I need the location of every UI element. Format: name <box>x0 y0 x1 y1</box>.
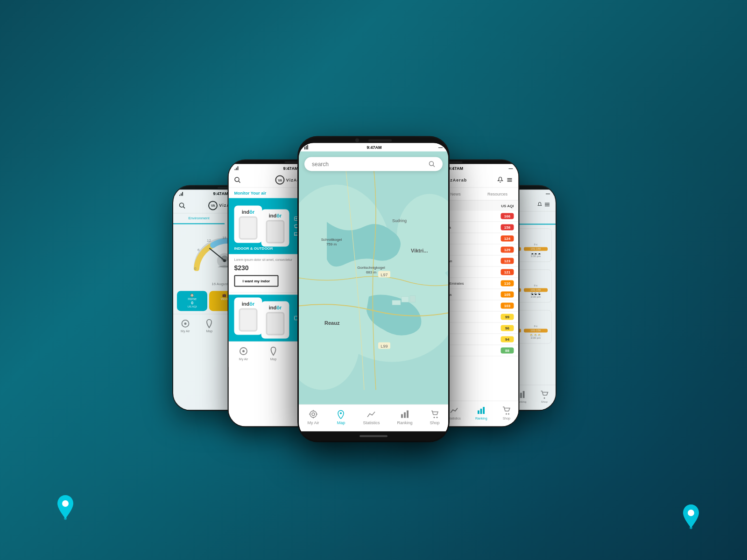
svg-text:18: 18 <box>222 236 226 240</box>
nav-center-ranking[interactable]: Ranking <box>397 410 412 425</box>
svg-text:12: 12 <box>207 238 211 243</box>
nav-my-air[interactable]: My Air <box>181 319 190 333</box>
svg-rect-148 <box>520 393 522 398</box>
time-right: 9:47AM <box>448 166 463 171</box>
tab-environment[interactable]: Environment <box>173 213 225 224</box>
svg-text:Sudring: Sudring <box>392 218 407 223</box>
nav-center-map[interactable]: Map <box>336 410 345 425</box>
svg-text:0: 0 <box>194 266 197 271</box>
time-center: 9:47AM <box>366 145 381 150</box>
nav-center-my-air[interactable]: My Air <box>307 410 319 425</box>
svg-point-154 <box>690 526 692 529</box>
svg-point-139 <box>508 413 509 415</box>
svg-line-62 <box>433 165 435 167</box>
svg-rect-136 <box>480 409 482 414</box>
svg-point-152 <box>64 517 67 520</box>
svg-point-153 <box>688 510 694 516</box>
svg-rect-33 <box>295 316 298 320</box>
svg-point-74 <box>436 417 437 418</box>
svg-text:Viktri...: Viktri... <box>411 248 428 253</box>
svg-line-7 <box>183 207 185 209</box>
svg-point-6 <box>180 203 184 207</box>
time-far-left: 9:47AM <box>213 191 228 196</box>
svg-rect-137 <box>483 407 485 414</box>
location-pin-right <box>682 502 700 532</box>
svg-point-17 <box>223 259 226 262</box>
bottom-nav-center: My Air Map Statistics Ranking Shop <box>299 405 448 432</box>
svg-rect-58 <box>402 297 409 302</box>
nav-map[interactable]: Map <box>204 319 214 333</box>
svg-rect-135 <box>478 411 479 414</box>
svg-text:Reauz: Reauz <box>324 320 340 326</box>
nav-map-left[interactable]: Map <box>269 347 278 361</box>
nav-fr-shop[interactable]: Shop <box>540 390 549 403</box>
nav-right-shop[interactable]: Shop <box>502 406 511 420</box>
svg-rect-39 <box>304 147 305 150</box>
tab-resources[interactable]: Resources <box>477 188 519 201</box>
svg-text:6: 6 <box>197 248 200 252</box>
svg-rect-32 <box>295 234 298 235</box>
svg-point-19 <box>184 322 186 325</box>
svg-point-27 <box>235 177 239 182</box>
svg-text:L99: L99 <box>381 344 388 349</box>
svg-rect-59 <box>410 296 416 302</box>
map-view: L97 L99 Schrottkogel 759 m Goritschnigko… <box>299 152 448 405</box>
svg-point-61 <box>430 161 434 166</box>
shop-banner-title: INDOOR & OUTDOOR <box>234 246 273 251</box>
svg-rect-40 <box>306 146 307 150</box>
svg-rect-70 <box>401 414 403 418</box>
pill-home[interactable]: 🏠 Home 0 US AQI <box>177 291 207 311</box>
time-left: 9:47AM <box>283 166 298 171</box>
svg-point-63 <box>310 411 317 418</box>
nav-right-ranking[interactable]: Ranking <box>475 406 487 420</box>
phone-center: 9:47AM — <box>299 138 448 441</box>
svg-point-35 <box>242 350 245 352</box>
nav-right-stats[interactable]: Statistics <box>448 406 461 420</box>
nav-center-shop[interactable]: Shop <box>430 410 439 425</box>
main-scene: 9:47AM VA VizAerab Environment Exposure <box>0 0 747 560</box>
map-search-input[interactable] <box>312 161 425 168</box>
svg-point-138 <box>506 413 507 415</box>
svg-rect-149 <box>523 391 525 398</box>
map-search-bar[interactable] <box>304 157 443 171</box>
svg-line-28 <box>239 181 240 183</box>
svg-point-69 <box>340 413 342 414</box>
nav-my-air-left[interactable]: My Air <box>239 347 248 361</box>
svg-rect-60 <box>392 301 401 305</box>
svg-rect-41 <box>307 145 308 150</box>
svg-text:759 m: 759 m <box>326 242 337 246</box>
svg-text:L97: L97 <box>381 273 388 277</box>
svg-point-150 <box>543 397 545 399</box>
nav-center-stats[interactable]: Statistics <box>363 410 380 425</box>
svg-rect-71 <box>404 413 406 418</box>
svg-point-151 <box>62 500 69 507</box>
svg-text:683 m: 683 m <box>366 270 377 274</box>
svg-text:Schrottkogel: Schrottkogel <box>321 238 342 242</box>
svg-rect-72 <box>407 411 409 418</box>
svg-text:Goritschnigkogel: Goritschnigkogel <box>357 266 385 270</box>
shop-buy-button[interactable]: I want my indor <box>234 275 279 287</box>
location-pin-left <box>56 493 75 523</box>
svg-point-73 <box>433 417 435 418</box>
status-bar-center: 9:47AM — <box>299 143 448 152</box>
svg-point-64 <box>312 413 315 416</box>
